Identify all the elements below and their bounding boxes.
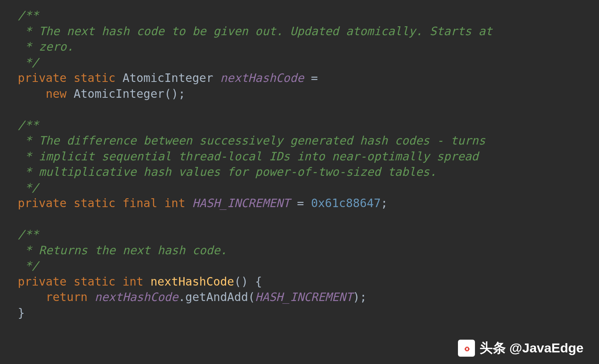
keyword: int <box>123 275 143 288</box>
comment-line: */ <box>18 56 39 69</box>
comment-line: */ <box>18 259 39 272</box>
keyword: return <box>46 290 87 304</box>
comment-line: * The difference between successively ge… <box>18 134 485 147</box>
comment-line: /** <box>18 228 39 241</box>
operator: = <box>290 196 304 210</box>
code-block: /** * The next hash code to be given out… <box>0 0 599 321</box>
constant: HASH_INCREMENT <box>255 290 353 304</box>
comment-line: * The next hash code to be given out. Up… <box>18 24 492 38</box>
punctuation: () { <box>234 275 262 288</box>
comment-line: * multiplicative hash values for power-o… <box>18 165 437 179</box>
constant: HASH_INCREMENT <box>192 196 290 210</box>
punctuation: } <box>18 306 25 320</box>
watermark: ‹› 头条 @JavaEdge <box>458 339 584 357</box>
type: AtomicInteger <box>123 71 213 85</box>
keyword: static <box>74 71 116 85</box>
static-field: nextHashCode <box>95 290 179 304</box>
operator: = <box>304 71 318 85</box>
number-literal: 0x61c88647 <box>311 196 381 210</box>
static-field: nextHashCode <box>220 71 304 85</box>
keyword: int <box>164 196 185 210</box>
comment-line: /** <box>18 9 39 22</box>
comment-line: * implicit sequential thread-local IDs i… <box>18 150 478 163</box>
keyword: new <box>46 87 66 100</box>
method-call: .getAndAdd( <box>178 290 255 304</box>
keyword: private <box>18 196 66 210</box>
type: AtomicInteger <box>74 87 165 100</box>
keyword: static <box>74 196 116 210</box>
watermark-icon: ‹› <box>458 340 475 357</box>
function-name: nextHashCode <box>150 275 234 288</box>
keyword: private <box>18 71 66 85</box>
comment-line: /** <box>18 118 39 132</box>
watermark-text: 头条 @JavaEdge <box>480 339 584 357</box>
comment-line: */ <box>18 181 39 194</box>
keyword: static <box>74 275 116 288</box>
comment-line: * Returns the next hash code. <box>18 243 227 257</box>
keyword: final <box>123 196 157 210</box>
keyword: private <box>18 275 66 288</box>
punctuation: ); <box>353 290 367 304</box>
punctuation: ; <box>381 196 388 210</box>
punctuation: (); <box>164 87 185 100</box>
comment-line: * zero. <box>18 40 74 53</box>
